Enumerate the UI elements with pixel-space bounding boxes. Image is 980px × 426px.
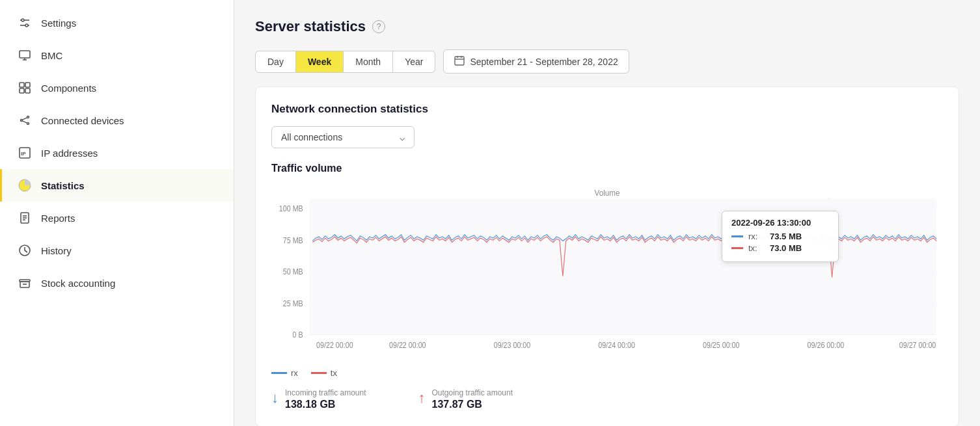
svg-text:09/23 00:00: 09/23 00:00 bbox=[494, 341, 531, 349]
svg-text:09/26 00:00: 09/26 00:00 bbox=[808, 341, 845, 349]
sliders-icon bbox=[18, 16, 32, 30]
sidebar-item-history-label: History bbox=[41, 245, 72, 256]
outgoing-traffic-value: 137.87 GB bbox=[432, 399, 513, 410]
tooltip-tx-row: tx: 73.0 MB bbox=[731, 243, 829, 253]
outgoing-arrow-icon: ↑ bbox=[418, 390, 426, 406]
sidebar-item-reports[interactable]: Reports bbox=[0, 202, 234, 234]
chart-legend: rx tx bbox=[271, 368, 943, 378]
calendar-icon bbox=[454, 55, 465, 68]
svg-text:25 MB: 25 MB bbox=[283, 299, 303, 308]
outgoing-traffic-info: Outgoing traffic amount 137.87 GB bbox=[432, 388, 513, 410]
monitor-icon bbox=[18, 48, 32, 62]
sidebar: Settings BMC Components Connected d bbox=[0, 0, 234, 426]
svg-text:09/22 00:00: 09/22 00:00 bbox=[389, 341, 426, 349]
svg-line-15 bbox=[22, 121, 27, 123]
sidebar-item-stock-accounting[interactable]: Stock accounting bbox=[0, 267, 234, 299]
sidebar-item-components-label: Components bbox=[41, 83, 96, 94]
time-btn-year[interactable]: Year bbox=[393, 51, 435, 73]
svg-text:09/24 00:00: 09/24 00:00 bbox=[598, 341, 635, 349]
incoming-traffic-label: Incoming traffic amount bbox=[285, 388, 366, 397]
sidebar-item-statistics[interactable]: Statistics bbox=[0, 169, 234, 202]
traffic-section-title: Traffic volume bbox=[271, 163, 943, 174]
outgoing-traffic: ↑ Outgoing traffic amount 137.87 GB bbox=[418, 388, 513, 410]
sidebar-item-history[interactable]: History bbox=[0, 234, 234, 267]
svg-line-14 bbox=[22, 118, 27, 120]
svg-rect-9 bbox=[20, 88, 24, 93]
incoming-traffic: ↓ Incoming traffic amount 138.18 GB bbox=[271, 388, 366, 410]
incoming-traffic-info: Incoming traffic amount 138.18 GB bbox=[285, 388, 366, 410]
legend-rx: rx bbox=[271, 368, 298, 378]
sidebar-item-stock-accounting-label: Stock accounting bbox=[41, 278, 115, 289]
incoming-traffic-value: 138.18 GB bbox=[285, 399, 366, 410]
sidebar-item-components[interactable]: Components bbox=[0, 72, 234, 104]
svg-text:09/22 00:00: 09/22 00:00 bbox=[316, 341, 353, 349]
archive-icon bbox=[18, 276, 32, 290]
grid-icon bbox=[18, 81, 32, 95]
svg-text:75 MB: 75 MB bbox=[283, 236, 303, 245]
incoming-arrow-icon: ↓ bbox=[271, 390, 279, 406]
svg-rect-7 bbox=[20, 83, 24, 87]
svg-point-1 bbox=[21, 19, 24, 21]
svg-rect-4 bbox=[20, 51, 30, 58]
sidebar-item-ip-addresses[interactable]: IP IP addresses bbox=[0, 137, 234, 169]
svg-point-3 bbox=[25, 24, 28, 27]
sidebar-item-reports-label: Reports bbox=[41, 213, 75, 224]
file-text-icon bbox=[18, 211, 32, 225]
date-range-label: September 21 - September 28, 2022 bbox=[470, 57, 618, 67]
tag-icon: IP bbox=[18, 146, 32, 160]
tooltip-rx-label: rx: bbox=[748, 232, 765, 241]
svg-point-12 bbox=[27, 116, 29, 118]
sidebar-item-ip-addresses-label: IP addresses bbox=[41, 148, 98, 159]
svg-text:50 MB: 50 MB bbox=[283, 268, 303, 276]
sidebar-item-connected-devices[interactable]: Connected devices bbox=[0, 104, 234, 137]
tooltip-tx-label: tx: bbox=[748, 243, 765, 253]
share-icon bbox=[18, 113, 32, 127]
connections-dropdown[interactable]: All connections ⌵ bbox=[271, 126, 415, 148]
svg-point-13 bbox=[27, 123, 29, 125]
help-icon[interactable]: ? bbox=[372, 20, 385, 33]
svg-rect-8 bbox=[25, 83, 30, 87]
sidebar-item-connected-devices-label: Connected devices bbox=[41, 115, 124, 126]
outgoing-traffic-label: Outgoing traffic amount bbox=[432, 388, 513, 397]
sidebar-item-settings-label: Settings bbox=[41, 18, 76, 29]
clock-icon bbox=[18, 243, 32, 258]
legend-tx-label: tx bbox=[331, 368, 337, 378]
traffic-chart: Volume 100 MB 75 MB 50 MB 25 MB 0 B bbox=[271, 185, 943, 360]
time-btn-day[interactable]: Day bbox=[255, 51, 296, 73]
legend-tx: tx bbox=[311, 368, 337, 378]
legend-rx-line bbox=[271, 372, 287, 374]
tooltip-tx-line bbox=[731, 247, 743, 249]
svg-rect-10 bbox=[25, 88, 30, 93]
svg-text:IP: IP bbox=[21, 151, 26, 157]
time-btn-week[interactable]: Week bbox=[296, 51, 344, 73]
sidebar-item-statistics-label: Statistics bbox=[41, 180, 85, 191]
svg-text:09/25 00:00: 09/25 00:00 bbox=[703, 341, 740, 349]
svg-rect-28 bbox=[455, 57, 464, 65]
sidebar-item-bmc-label: BMC bbox=[41, 50, 62, 61]
chart-tooltip: 2022-09-26 13:30:00 rx: 73.5 MB tx: 73.0… bbox=[722, 211, 839, 262]
chevron-down-icon: ⌵ bbox=[400, 132, 405, 142]
connections-dropdown-value: All connections bbox=[281, 132, 342, 142]
volume-label: Volume bbox=[595, 189, 620, 198]
time-btn-month[interactable]: Month bbox=[344, 51, 393, 73]
svg-text:09/27 00:00: 09/27 00:00 bbox=[899, 341, 936, 349]
legend-rx-label: rx bbox=[291, 368, 298, 378]
sidebar-item-settings[interactable]: Settings bbox=[0, 7, 234, 39]
statistics-card: Network connection statistics All connec… bbox=[255, 87, 959, 426]
page-title: Server statistics bbox=[255, 18, 366, 35]
network-section-title: Network connection statistics bbox=[271, 103, 943, 116]
tooltip-rx-value: 73.5 MB bbox=[770, 232, 802, 241]
sidebar-item-bmc[interactable]: BMC bbox=[0, 39, 234, 72]
main-content: Server statistics ? Day Week Month Year … bbox=[234, 0, 980, 426]
pie-chart-icon bbox=[18, 178, 32, 193]
tooltip-rx-row: rx: 73.5 MB bbox=[731, 232, 829, 241]
date-range-button[interactable]: September 21 - September 28, 2022 bbox=[443, 49, 629, 73]
time-range-selector: Day Week Month Year September 21 - Septe… bbox=[255, 49, 959, 73]
svg-text:0 B: 0 B bbox=[293, 331, 303, 339]
svg-rect-56 bbox=[309, 199, 936, 334]
tooltip-rx-line bbox=[731, 235, 743, 237]
legend-tx-line bbox=[311, 372, 327, 374]
tooltip-date: 2022-09-26 13:30:00 bbox=[731, 218, 829, 228]
page-header: Server statistics ? bbox=[255, 18, 959, 35]
svg-text:100 MB: 100 MB bbox=[279, 205, 303, 213]
